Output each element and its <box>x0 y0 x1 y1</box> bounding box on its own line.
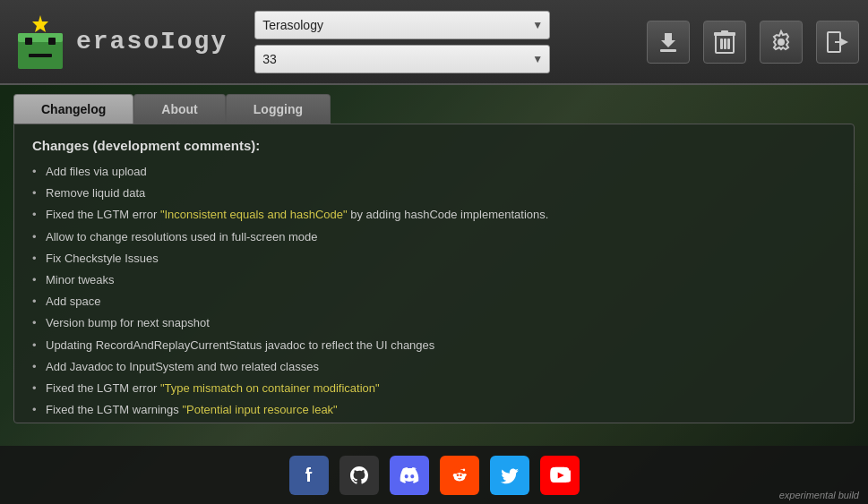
version-dropdown[interactable]: 33 <box>254 45 550 73</box>
social-youtube-button[interactable] <box>540 456 580 495</box>
list-item: Add space <box>32 294 827 310</box>
svg-rect-10 <box>727 38 730 49</box>
tabs-bar: Changelog About Logging <box>13 94 855 124</box>
svg-rect-12 <box>721 30 728 33</box>
social-discord-button[interactable] <box>390 456 429 495</box>
experimental-label: experimental build <box>779 490 859 500</box>
discord-icon <box>399 465 420 486</box>
gear-icon <box>769 30 794 55</box>
svg-point-13 <box>778 38 785 46</box>
svg-rect-8 <box>720 38 723 49</box>
youtube-icon <box>549 465 571 486</box>
logo-area: erasoIogy <box>9 11 228 73</box>
delete-button[interactable] <box>703 21 746 64</box>
list-item: Remove liquid data <box>32 185 827 201</box>
changelog-list[interactable]: Add files via uploadRemove liquid dataFi… <box>32 164 836 419</box>
svg-marker-5 <box>32 15 48 32</box>
download-button[interactable] <box>647 21 690 64</box>
svg-rect-2 <box>25 38 32 45</box>
facebook-icon <box>299 466 319 485</box>
tab-logging[interactable]: Logging <box>226 94 331 124</box>
svg-rect-9 <box>724 38 726 49</box>
header: erasoIogy Terasology ▼ 33 ▼ <box>0 0 868 85</box>
footer: experimental build <box>0 446 868 504</box>
svg-rect-4 <box>29 54 52 57</box>
github-icon <box>348 465 370 486</box>
social-facebook-button[interactable] <box>289 456 329 495</box>
logo-icon <box>9 11 72 73</box>
tab-changelog[interactable]: Changelog <box>13 94 133 124</box>
settings-button[interactable] <box>760 21 803 64</box>
svg-rect-1 <box>18 33 63 42</box>
social-twitter-button[interactable] <box>490 456 529 495</box>
list-item: Fixed the LGTM warnings "Potential input… <box>32 402 827 418</box>
list-item: Version bump for next snapshot <box>32 315 827 331</box>
list-item: Fix Checkstyle Issues <box>32 251 827 267</box>
exit-button[interactable] <box>816 21 859 64</box>
version-dropdown-wrapper: 33 ▼ <box>254 45 550 73</box>
game-dropdown[interactable]: Terasology <box>254 11 550 39</box>
social-reddit-button[interactable] <box>440 456 479 495</box>
svg-rect-6 <box>660 49 676 52</box>
app-title: erasoIogy <box>76 28 228 56</box>
list-item: Allow to change resolutions used in full… <box>32 229 827 245</box>
list-item: Add Javadoc to InputSystem and two relat… <box>32 359 827 375</box>
reddit-icon <box>449 465 470 486</box>
main-content: Changelog About Logging Changes (develop… <box>0 85 868 432</box>
list-item: Fixed the LGTM error "Type mismatch on c… <box>32 380 827 397</box>
content-panel: Changes (development comments): Add file… <box>13 124 855 423</box>
controls-area: Terasology ▼ 33 ▼ <box>254 11 550 73</box>
exit-icon <box>825 30 850 55</box>
svg-rect-3 <box>48 38 56 45</box>
tab-about[interactable]: About <box>133 94 225 124</box>
panel-title: Changes (development comments): <box>32 138 836 153</box>
social-github-button[interactable] <box>339 456 379 495</box>
download-icon <box>656 30 681 55</box>
list-item: Updating RecordAndReplayCurrentStatus ja… <box>32 337 827 354</box>
list-item: Minor tweaks <box>32 272 827 288</box>
list-item: Fixed the LGTM error "Inconsistent equal… <box>32 207 827 223</box>
list-item: Add files via upload <box>32 164 827 180</box>
game-dropdown-wrapper: Terasology ▼ <box>254 11 550 39</box>
twitter-icon <box>500 466 520 485</box>
header-actions <box>647 21 859 64</box>
trash-icon <box>713 30 736 55</box>
